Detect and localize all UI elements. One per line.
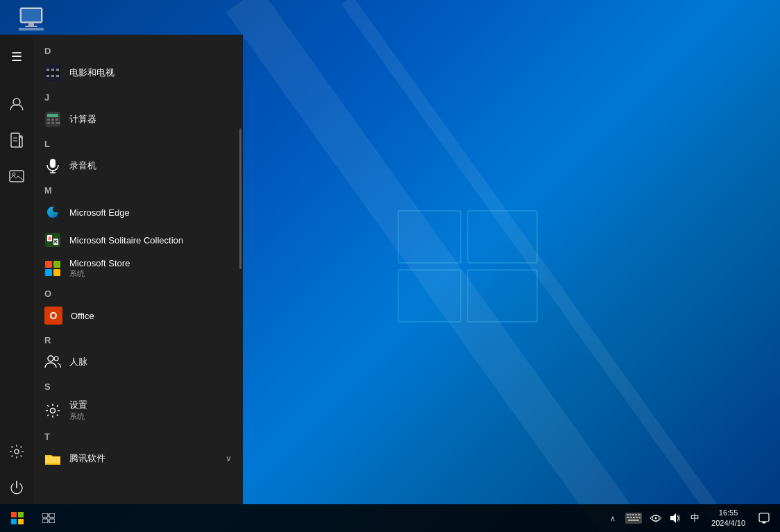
taskbar-keyboard-icon[interactable]	[622, 504, 645, 532]
svg-rect-27	[46, 75, 49, 77]
taskbar-start-button[interactable]	[0, 504, 35, 532]
app-edge[interactable]: Microsoft Edge	[33, 198, 243, 226]
svg-rect-7	[468, 211, 537, 263]
svg-rect-70	[633, 517, 635, 518]
svg-rect-34	[51, 119, 54, 121]
edge-label: Microsoft Edge	[69, 207, 130, 218]
solitaire-icon: A K	[44, 232, 61, 248]
svg-rect-9	[468, 270, 537, 322]
sidebar-pictures-button[interactable]	[0, 160, 33, 193]
svg-rect-38	[56, 122, 60, 124]
svg-rect-29	[56, 75, 59, 77]
svg-point-21	[12, 173, 15, 175]
settings-subtitle: 系统	[69, 411, 87, 422]
svg-rect-14	[19, 28, 44, 31]
people-icon	[44, 354, 61, 370]
svg-rect-58	[42, 513, 48, 517]
settings-icon	[44, 402, 61, 419]
svg-rect-61	[49, 519, 55, 523]
svg-rect-54	[11, 512, 17, 517]
settings-name-wrap: 设置 系统	[69, 399, 87, 422]
svg-point-52	[54, 357, 58, 361]
svg-rect-65	[632, 514, 634, 515]
edge-icon	[44, 204, 61, 221]
svg-rect-20	[10, 171, 24, 182]
tencent-folder-label: 腾讯软件	[69, 452, 105, 465]
app-people[interactable]: 人脉	[33, 348, 243, 376]
svg-rect-49	[45, 269, 52, 276]
taskbar-input-method[interactable]: 中	[686, 504, 703, 532]
svg-rect-35	[56, 119, 58, 121]
windows-logo-watermark	[391, 204, 544, 329]
sidebar-hamburger[interactable]: ☰	[0, 40, 33, 74]
tencent-folder-icon	[44, 450, 61, 467]
svg-rect-36	[47, 122, 50, 124]
svg-rect-6	[398, 211, 461, 263]
movie-tv-icon	[44, 65, 61, 81]
app-movie-tv[interactable]: 电影和电视	[33, 59, 243, 87]
svg-rect-32	[47, 114, 58, 117]
start-menu-scrollbar[interactable]	[239, 128, 241, 269]
svg-rect-63	[627, 514, 629, 515]
taskbar-taskview-button[interactable]	[35, 504, 62, 532]
app-list: D 电影和电视 J	[33, 35, 243, 504]
app-recorder[interactable]: 录音机	[33, 152, 243, 180]
section-d: D	[33, 40, 243, 59]
svg-rect-8	[398, 270, 461, 322]
svg-rect-69	[630, 517, 632, 518]
tencent-folder-left: 腾讯软件	[44, 450, 105, 467]
svg-rect-47	[45, 261, 52, 268]
svg-rect-76	[759, 513, 769, 522]
store-icon	[44, 260, 61, 277]
calculator-label: 计算器	[69, 113, 96, 126]
svg-point-22	[15, 449, 19, 454]
store-name-wrap: Microsoft Store 系统	[69, 258, 130, 279]
recorder-icon	[44, 157, 61, 174]
taskbar-show-hidden-button[interactable]: ∧	[606, 504, 620, 532]
store-label: Microsoft Store	[69, 258, 130, 268]
svg-rect-24	[46, 69, 49, 71]
svg-rect-71	[636, 517, 638, 518]
app-calculator[interactable]: 计算器	[33, 105, 243, 133]
svg-rect-66	[635, 514, 637, 515]
movie-tv-label: 电影和电视	[69, 67, 115, 79]
section-m: M	[33, 180, 243, 198]
start-sidebar: ☰	[0, 35, 33, 504]
taskbar-right: ∧	[606, 504, 780, 532]
svg-rect-11	[22, 9, 41, 22]
svg-rect-55	[18, 512, 24, 517]
app-office[interactable]: O Office	[33, 302, 243, 329]
app-tencent-folder[interactable]: 腾讯软件 ∨	[33, 445, 243, 472]
svg-rect-25	[51, 69, 54, 71]
taskbar-clock[interactable]: 16:55 2024/4/10	[706, 508, 751, 529]
office-icon: O	[44, 307, 62, 325]
sidebar-documents-button[interactable]	[0, 123, 33, 157]
svg-rect-12	[28, 23, 34, 26]
sidebar-user-button[interactable]	[0, 87, 33, 121]
tencent-folder-arrow: ∨	[226, 454, 232, 463]
calculator-icon	[44, 111, 61, 128]
sidebar-power-button[interactable]	[0, 471, 33, 504]
svg-rect-67	[638, 514, 641, 515]
settings-label: 设置	[69, 399, 87, 411]
sidebar-settings-button[interactable]	[0, 435, 33, 468]
svg-text:A: A	[48, 236, 51, 241]
taskbar-notification-button[interactable]	[754, 504, 774, 532]
svg-rect-30	[45, 71, 60, 74]
svg-point-74	[655, 517, 657, 520]
app-settings[interactable]: 设置 系统	[33, 395, 243, 426]
section-r: R	[33, 329, 243, 348]
svg-rect-48	[53, 261, 60, 268]
taskbar-time: 16:55	[711, 508, 745, 518]
taskbar-network-icon[interactable]	[647, 504, 664, 532]
svg-rect-68	[627, 517, 629, 518]
svg-rect-26	[56, 69, 59, 71]
start-menu: ☰	[0, 35, 243, 504]
svg-rect-56	[11, 519, 17, 524]
taskbar-date: 2024/4/10	[711, 518, 745, 529]
svg-rect-16	[11, 133, 19, 147]
app-solitaire[interactable]: A K Microsoft Solitaire Collection	[33, 226, 243, 254]
taskbar-volume-icon[interactable]	[667, 504, 684, 532]
app-store[interactable]: Microsoft Store 系统	[33, 254, 243, 283]
svg-rect-39	[50, 159, 56, 168]
